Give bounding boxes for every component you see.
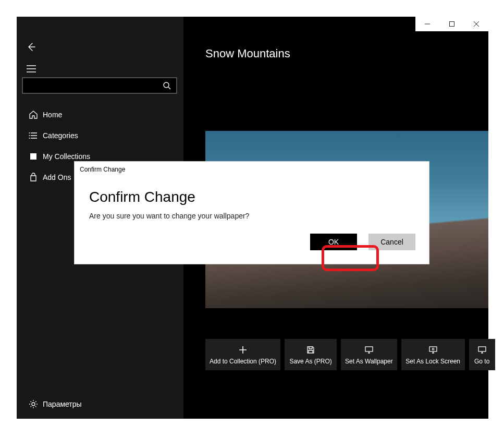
action-set-lock-screen[interactable]: Set As Lock Screen <box>401 339 465 370</box>
dialog-message: Are you sure you want to change your wal… <box>89 212 249 220</box>
svg-rect-10 <box>478 347 486 351</box>
action-go-to[interactable]: Go to <box>469 339 495 370</box>
nav-label: Add Ons <box>42 173 71 181</box>
search-box[interactable] <box>22 77 177 94</box>
action-save-as[interactable]: Save As (PRO) <box>285 339 337 370</box>
minimize-button[interactable] <box>415 17 440 31</box>
search-icon[interactable] <box>157 81 176 90</box>
nav-item-settings[interactable]: Параметры <box>17 394 183 415</box>
canvas: Home Categories My Collections <box>0 0 504 438</box>
nav-label: Home <box>42 111 62 119</box>
svg-rect-7 <box>365 347 373 351</box>
gear-icon <box>25 399 42 409</box>
nav-item-categories[interactable]: Categories <box>17 125 183 146</box>
nav-label: My Collections <box>42 152 90 161</box>
page-title: Snow Mountains <box>205 47 290 60</box>
svg-point-2 <box>29 135 30 136</box>
dialog-button-row: OK Cancel <box>310 234 415 250</box>
dialog-heading: Confirm Change <box>89 189 195 205</box>
minimize-icon <box>425 21 430 27</box>
settings-label: Параметры <box>42 400 82 408</box>
action-label: Set As Wallpaper <box>345 358 393 365</box>
nav-label: Categories <box>42 131 78 140</box>
action-add-to-collection[interactable]: Add to Collection (PRO) <box>205 339 280 370</box>
back-button[interactable] <box>25 41 38 53</box>
svg-rect-8 <box>429 347 437 351</box>
svg-point-3 <box>29 138 30 139</box>
link-icon <box>477 344 487 356</box>
svg-rect-4 <box>30 153 36 160</box>
list-icon <box>25 131 42 140</box>
cancel-button[interactable]: Cancel <box>368 234 415 250</box>
window-controls <box>415 17 488 31</box>
home-icon <box>25 110 42 119</box>
search-input[interactable] <box>23 78 157 93</box>
svg-rect-9 <box>432 348 434 350</box>
action-label: Save As (PRO) <box>289 358 331 365</box>
maximize-icon <box>449 21 454 27</box>
svg-rect-6 <box>450 22 454 27</box>
monitor-icon <box>364 344 374 356</box>
save-icon <box>306 344 315 356</box>
action-label: Go to <box>474 358 489 365</box>
action-bar: Add to Collection (PRO) Save As (PRO) Se… <box>205 339 488 370</box>
svg-point-0 <box>164 82 169 88</box>
svg-point-5 <box>32 403 35 406</box>
collections-icon <box>25 152 42 161</box>
action-label: Add to Collection (PRO) <box>210 358 276 365</box>
close-icon <box>474 21 479 27</box>
maximize-button[interactable] <box>440 17 464 31</box>
action-set-wallpaper[interactable]: Set As Wallpaper <box>341 339 397 370</box>
menu-button[interactable] <box>25 63 38 75</box>
hamburger-icon <box>27 65 36 72</box>
confirm-dialog: Confirm Change Confirm Change Are you su… <box>75 162 429 264</box>
nav-item-home[interactable]: Home <box>17 104 183 125</box>
lock-screen-icon <box>428 344 438 356</box>
ok-button[interactable]: OK <box>310 234 357 250</box>
svg-point-1 <box>29 132 30 133</box>
close-button[interactable] <box>464 17 488 31</box>
dialog-caption: Confirm Change <box>80 166 125 173</box>
plus-icon <box>238 344 248 356</box>
bag-icon <box>25 173 42 182</box>
arrow-left-icon <box>26 42 36 52</box>
action-label: Set As Lock Screen <box>405 358 460 365</box>
